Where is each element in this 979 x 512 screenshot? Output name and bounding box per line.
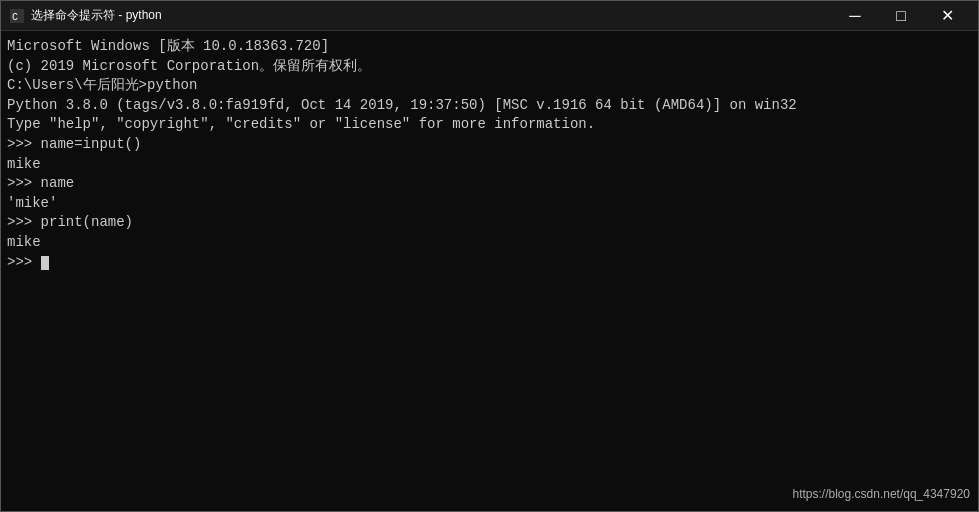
console-line: Python 3.8.0 (tags/v3.8.0:fa919fd, Oct 1… — [7, 96, 972, 116]
window-controls: ─ □ ✕ — [832, 1, 970, 31]
console-line: >>> print(name) — [7, 213, 972, 233]
console-line: C:\Users\午后阳光>python — [7, 76, 972, 96]
console-output[interactable]: Microsoft Windows [版本 10.0.18363.720](c)… — [1, 31, 978, 511]
console-line: Type "help", "copyright", "credits" or "… — [7, 115, 972, 135]
console-line: 'mike' — [7, 194, 972, 214]
console-line: mike — [7, 233, 972, 253]
terminal-icon: C — [9, 8, 25, 24]
console-line: >>> — [7, 253, 972, 273]
minimize-button[interactable]: ─ — [832, 1, 878, 31]
console-line: Microsoft Windows [版本 10.0.18363.720] — [7, 37, 972, 57]
console-line: >>> name — [7, 174, 972, 194]
console-line: mike — [7, 155, 972, 175]
title-bar: C 选择命令提示符 - python ─ □ ✕ — [1, 1, 978, 31]
window-title: 选择命令提示符 - python — [31, 7, 832, 24]
console-content: Microsoft Windows [版本 10.0.18363.720](c)… — [7, 37, 972, 272]
maximize-button[interactable]: □ — [878, 1, 924, 31]
svg-text:C: C — [12, 12, 18, 23]
close-button[interactable]: ✕ — [924, 1, 970, 31]
watermark-text: https://blog.csdn.net/qq_4347920 — [793, 486, 970, 503]
cursor — [41, 256, 49, 270]
console-line: >>> name=input() — [7, 135, 972, 155]
console-line: (c) 2019 Microsoft Corporation。保留所有权利。 — [7, 57, 972, 77]
terminal-window: C 选择命令提示符 - python ─ □ ✕ Microsoft Windo… — [0, 0, 979, 512]
